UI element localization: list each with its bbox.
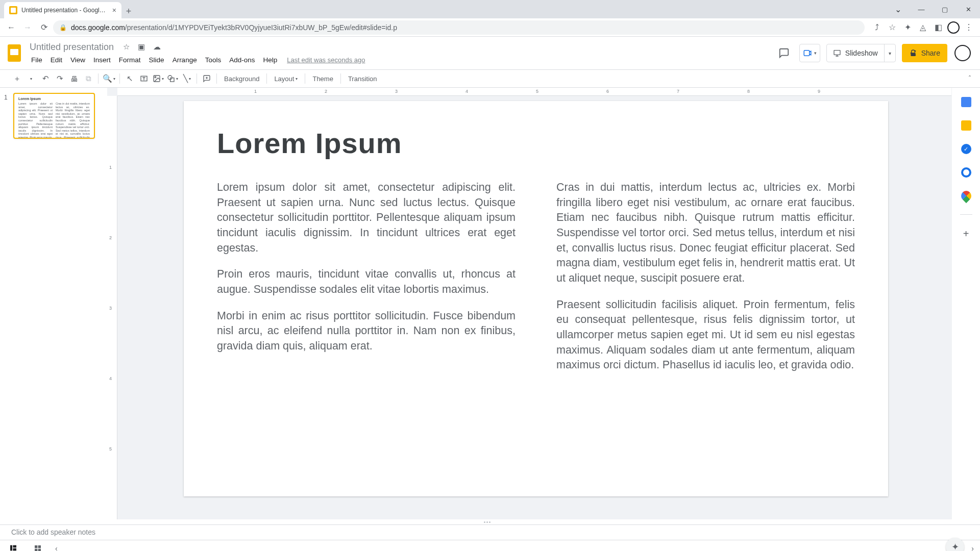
slide-text-col-1[interactable]: Lorem ipsum dolor sit amet, consectetur … xyxy=(217,180,516,384)
filmstrip-view-icon[interactable] xyxy=(6,543,20,552)
textbox-tool[interactable] xyxy=(137,72,151,85)
menu-arrange[interactable]: Arrange xyxy=(169,55,201,65)
svg-rect-8 xyxy=(170,78,174,82)
svg-point-6 xyxy=(155,77,156,78)
menu-format[interactable]: Format xyxy=(115,55,144,65)
side-panel-divider xyxy=(960,214,972,215)
zoom-button[interactable]: 🔍 xyxy=(102,72,116,85)
account-avatar[interactable] xyxy=(953,44,972,62)
menu-help[interactable]: Help xyxy=(259,55,281,65)
undo-button[interactable]: ↶ xyxy=(39,72,52,85)
collapse-toolbar-icon[interactable]: ˆ xyxy=(965,73,975,84)
doc-title-input[interactable]: Untitled presentation xyxy=(28,41,116,54)
slide-canvas[interactable]: Lorem Ipsum Lorem ipsum dolor sit amet, … xyxy=(184,101,888,496)
star-icon[interactable]: ☆ xyxy=(121,42,131,52)
speaker-notes[interactable]: Click to add speaker notes xyxy=(0,524,980,540)
paint-format-button[interactable]: ⧉ xyxy=(82,72,95,85)
print-button[interactable]: 🖶 xyxy=(67,72,81,85)
back-button[interactable]: ← xyxy=(4,20,18,35)
svg-rect-11 xyxy=(13,548,16,550)
slide-thumb-1[interactable]: 1 Lorem Ipsum Lorem ipsum dolor sit amet… xyxy=(4,93,103,139)
reload-button[interactable]: ⟳ xyxy=(37,20,51,35)
menu-insert[interactable]: Insert xyxy=(90,55,114,65)
slides-header: Untitled presentation ☆ ▣ ☁ File Edit Vi… xyxy=(0,37,980,69)
edit-surface[interactable]: Lorem Ipsum Lorem ipsum dolor sit amet, … xyxy=(117,96,951,519)
move-icon[interactable]: ▣ xyxy=(136,42,146,52)
comments-icon[interactable] xyxy=(775,44,793,62)
svg-rect-13 xyxy=(38,545,41,548)
menu-file[interactable]: File xyxy=(28,55,46,65)
new-slide-dropdown[interactable]: ▾ xyxy=(24,72,38,85)
maximize-icon[interactable]: ▢ xyxy=(933,0,957,18)
slide-thumbnail[interactable]: Lorem Ipsum Lorem ipsum dolor sit amet, … xyxy=(13,93,95,139)
horizontal-ruler[interactable]: 1 2 3 4 5 6 7 8 9 xyxy=(117,88,951,96)
notes-resize-handle[interactable] xyxy=(0,519,980,524)
svg-rect-3 xyxy=(911,53,915,56)
chrome-menu-icon[interactable]: ⋮ xyxy=(962,20,976,35)
comment-tool[interactable] xyxy=(200,72,213,85)
redo-button[interactable]: ↷ xyxy=(53,72,66,85)
side-panel: + xyxy=(951,88,980,519)
menu-edit[interactable]: Edit xyxy=(47,55,66,65)
sidepanel-toggle-icon[interactable]: ◧ xyxy=(931,20,945,35)
bottom-bar: ‹ ✦ › xyxy=(0,540,980,551)
menu-view[interactable]: View xyxy=(67,55,89,65)
share-button[interactable]: Share xyxy=(902,44,947,62)
menu-tools[interactable]: Tools xyxy=(202,55,225,65)
last-edit-link[interactable]: Last edit was seconds ago xyxy=(287,56,365,64)
slide-text-col-2[interactable]: Cras in dui mattis, interdum lectus ac, … xyxy=(556,180,855,384)
explore-button[interactable]: ✦ xyxy=(946,538,964,552)
shape-tool[interactable] xyxy=(166,72,179,85)
cloud-status-icon[interactable]: ☁ xyxy=(152,42,162,52)
filmstrip[interactable]: 1 Lorem Ipsum Lorem ipsum dolor sit amet… xyxy=(0,88,107,519)
omnibox[interactable]: 🔒 docs.google.com/presentation/d/1MYPDVE… xyxy=(53,20,865,35)
maps-icon[interactable] xyxy=(959,189,973,203)
select-tool[interactable]: ↖ xyxy=(123,72,136,85)
lock-icon: 🔒 xyxy=(59,24,67,31)
menu-addons[interactable]: Add-ons xyxy=(226,55,258,65)
slide-title[interactable]: Lorem Ipsum xyxy=(217,127,855,160)
tab-search-icon[interactable]: ⌄ xyxy=(886,0,910,18)
new-slide-button[interactable]: ＋ xyxy=(10,72,23,85)
collapse-filmstrip-icon[interactable]: ‹ xyxy=(55,544,58,552)
layout-button[interactable]: Layout▾ xyxy=(270,75,302,83)
extensions-icon[interactable]: ✦ xyxy=(900,20,915,35)
menu-bar: File Edit View Insert Format Slide Arran… xyxy=(28,54,365,66)
add-addon-icon[interactable]: + xyxy=(963,228,969,240)
theme-button[interactable]: Theme xyxy=(308,75,337,83)
svg-rect-1 xyxy=(834,51,840,55)
toolbar: ＋ ▾ ↶ ↷ 🖶 ⧉ 🔍 ↖ ╲ Background Layout▾ The… xyxy=(0,69,980,88)
keep-icon[interactable] xyxy=(961,120,971,131)
grid-view-icon[interactable] xyxy=(31,543,45,552)
extension-item-icon[interactable]: ◬ xyxy=(916,20,930,35)
profile-avatar[interactable] xyxy=(946,20,961,35)
browser-tabstrip: Untitled presentation - Google S × + ⌄ —… xyxy=(0,0,980,18)
slides-logo[interactable] xyxy=(4,43,24,63)
present-meet-button[interactable]: ▾ xyxy=(799,44,820,62)
minimize-icon[interactable]: — xyxy=(910,0,933,18)
canvas-area: 1 2 3 4 5 6 7 8 9 1 2 3 4 5 Lorem Ipsum xyxy=(107,88,951,519)
svg-rect-9 xyxy=(10,545,12,550)
menu-slide[interactable]: Slide xyxy=(145,55,168,65)
browser-tab[interactable]: Untitled presentation - Google S × xyxy=(4,2,121,18)
contacts-icon[interactable] xyxy=(961,167,971,178)
hide-sidepanel-icon[interactable]: › xyxy=(971,544,974,552)
install-app-icon[interactable]: ⤴ xyxy=(870,20,884,35)
svg-rect-14 xyxy=(35,548,37,551)
bookmark-icon[interactable]: ☆ xyxy=(885,20,899,35)
vertical-ruler[interactable]: 1 2 3 4 5 xyxy=(107,96,117,519)
forward-button[interactable]: → xyxy=(20,20,35,35)
background-button[interactable]: Background xyxy=(220,75,263,83)
calendar-icon[interactable] xyxy=(961,97,971,107)
tab-title: Untitled presentation - Google S xyxy=(21,7,108,14)
tasks-icon[interactable] xyxy=(961,144,971,154)
image-tool[interactable] xyxy=(152,72,165,85)
transition-button[interactable]: Transition xyxy=(344,75,381,83)
share-label: Share xyxy=(921,49,940,57)
line-tool[interactable]: ╲ xyxy=(180,72,193,85)
slideshow-button[interactable]: Slideshow ▾ xyxy=(826,44,896,62)
close-tab-icon[interactable]: × xyxy=(112,6,116,14)
slideshow-dropdown[interactable]: ▾ xyxy=(884,44,895,62)
close-window-icon[interactable]: ✕ xyxy=(957,0,980,18)
new-tab-button[interactable]: + xyxy=(121,4,136,18)
